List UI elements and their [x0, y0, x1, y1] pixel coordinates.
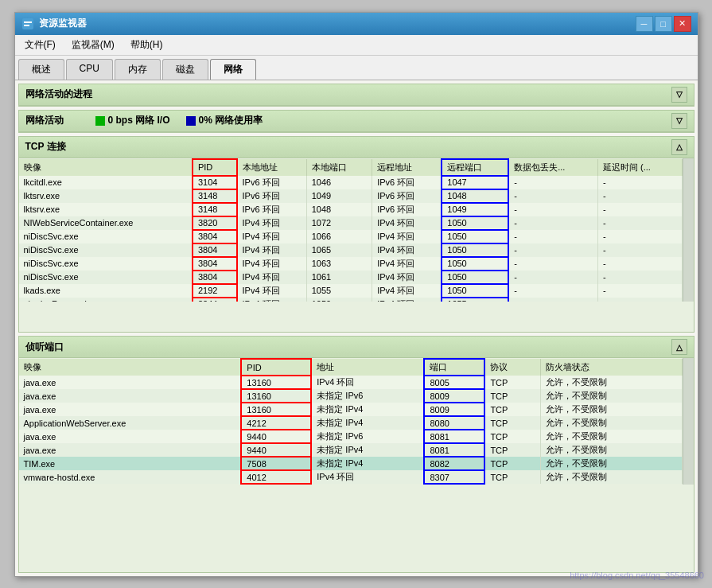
- listen-row[interactable]: ApplicationWebServer.exe4212未指定 IPv48080…: [19, 416, 683, 430]
- tcp-cell: 1061: [306, 271, 372, 284]
- listen-row[interactable]: TIM.exe7508未指定 IPv48082TCP允许，不受限制: [19, 457, 683, 470]
- tab-memory[interactable]: 内存: [115, 59, 161, 80]
- tcp-cell: IPv4 环回: [237, 298, 307, 302]
- tcp-cell: IPv6 环回: [372, 203, 442, 216]
- menu-monitor[interactable]: 监视器(M): [65, 37, 121, 53]
- network-activity-chevron[interactable]: ▽: [671, 113, 687, 129]
- svg-rect-1: [24, 21, 32, 23]
- tcp-row[interactable]: nimdnsResponder.exe3244IPv4 环回1050IPv4 环…: [19, 298, 683, 302]
- tcp-cell: niDiscSvc.exe: [19, 230, 193, 243]
- tcp-row[interactable]: lkads.exe2192IPv4 环回1055IPv4 环回1050--: [19, 284, 683, 298]
- tcp-cell: -: [508, 271, 597, 284]
- listen-cell: 8081: [424, 443, 484, 457]
- listen-row[interactable]: java.exe13160IPv4 环回8005TCP允许，不受限制: [19, 376, 683, 389]
- listen-cell: 13160: [241, 376, 311, 389]
- lth-image: 映像: [19, 359, 242, 376]
- tab-overview[interactable]: 概述: [18, 59, 64, 80]
- listen-cell: TCP: [484, 430, 540, 443]
- listen-tbody: java.exe13160IPv4 环回8005TCP允许，不受限制java.e…: [19, 376, 683, 484]
- title-bar: 资源监视器 ─ □ ✕: [15, 13, 698, 35]
- listen-chevron[interactable]: △: [671, 339, 687, 355]
- listen-row[interactable]: java.exe9440未指定 IPv48081TCP允许，不受限制: [19, 443, 683, 457]
- network-activity-bar: 网络活动 0 bps 网络 I/O 0% 网络使用率: [25, 114, 671, 127]
- listen-row[interactable]: java.exe13160未指定 IPv48009TCP允许，不受限制: [19, 403, 683, 416]
- network-activity-title: 网络活动: [25, 114, 64, 127]
- tcp-row[interactable]: lktsrv.exe3148IPv6 环回1049IPv6 环回1048--: [19, 189, 683, 203]
- tcp-cell: nimdnsResponder.exe: [19, 298, 193, 302]
- network-activity-section: 网络活动 0 bps 网络 I/O 0% 网络使用率 ▽: [18, 110, 694, 133]
- tcp-cell: 1055: [306, 284, 372, 298]
- tcp-row[interactable]: niDiscSvc.exe3804IPv4 环回1065IPv4 环回1050-…: [19, 243, 683, 257]
- tcp-cell: 1050: [442, 271, 508, 284]
- listen-cell: TCP: [484, 376, 540, 389]
- window-controls: ─ □ ✕: [636, 16, 691, 32]
- listen-cell: 未指定 IPv4: [311, 403, 424, 416]
- listen-cell: 允许，不受限制: [540, 443, 682, 457]
- tcp-cell: -: [598, 216, 683, 230]
- minimize-button[interactable]: ─: [636, 16, 653, 32]
- maximize-button[interactable]: □: [655, 16, 672, 32]
- listen-row[interactable]: vmware-hostd.exe4012IPv4 环回8307TCP允许，不受限…: [19, 470, 683, 484]
- io-label: 0 bps 网络 I/O: [108, 114, 170, 127]
- tcp-cell: niDiscSvc.exe: [19, 243, 193, 257]
- listen-row[interactable]: java.exe13160未指定 IPv68009TCP允许，不受限制: [19, 389, 683, 403]
- tcp-cell: IPv4 环回: [372, 284, 442, 298]
- svg-rect-4: [186, 116, 196, 126]
- lth-firewall: 防火墙状态: [540, 359, 682, 376]
- listen-cell: 4212: [241, 416, 311, 430]
- tcp-cell: -: [508, 298, 597, 302]
- tcp-cell: 1063: [306, 257, 372, 271]
- tcp-title: TCP 连接: [25, 140, 66, 154]
- menu-help[interactable]: 帮助(H): [124, 37, 169, 53]
- main-window: 资源监视器 ─ □ ✕ 文件(F) 监视器(M) 帮助(H) 概述 CPU 内存…: [14, 12, 698, 577]
- listen-cell: TCP: [484, 416, 540, 430]
- listen-cell: 8005: [424, 376, 484, 389]
- tcp-header: TCP 连接 △: [19, 137, 694, 158]
- tcp-row[interactable]: NIWebServiceContainer.exe3820IPv4 环回1072…: [19, 216, 683, 230]
- tcp-cell: -: [508, 284, 597, 298]
- th-pid: PID: [193, 159, 237, 176]
- network-process-title: 网络活动的进程: [25, 88, 92, 101]
- tcp-cell: 1048: [442, 189, 508, 203]
- tab-network[interactable]: 网络: [210, 59, 256, 80]
- tcp-row[interactable]: niDiscSvc.exe3804IPv4 环回1063IPv4 环回1050-…: [19, 257, 683, 271]
- tcp-cell: -: [508, 257, 597, 271]
- tab-disk[interactable]: 磁盘: [162, 59, 208, 80]
- tcp-tbody: lkcitdl.exe3104IPv6 环回1046IPv6 环回1047--l…: [19, 176, 683, 302]
- listen-cell: 8082: [424, 457, 484, 470]
- th-delay: 延迟时间 (...: [598, 159, 683, 176]
- tcp-cell: 1046: [306, 176, 372, 189]
- tcp-row[interactable]: niDiscSvc.exe3804IPv4 环回1061IPv4 环回1050-…: [19, 271, 683, 284]
- window-title: 资源监视器: [39, 17, 87, 30]
- close-button[interactable]: ✕: [674, 16, 691, 32]
- tcp-row[interactable]: niDiscSvc.exe3804IPv4 环回1066IPv4 环回1050-…: [19, 230, 683, 243]
- svg-rect-3: [95, 116, 105, 126]
- menu-file[interactable]: 文件(F): [18, 37, 62, 53]
- tcp-cell: IPv4 环回: [372, 257, 442, 271]
- tcp-cell: IPv6 环回: [237, 203, 307, 216]
- tcp-table: 映像 PID 本地地址 本地端口 远程地址 远程端口 数据包丢失... 延迟时间…: [19, 158, 683, 302]
- tab-cpu[interactable]: CPU: [66, 59, 113, 80]
- tcp-chevron[interactable]: △: [671, 139, 687, 155]
- th-packet-loss: 数据包丢失...: [508, 159, 597, 176]
- listen-cell: 4012: [241, 470, 311, 484]
- listen-row[interactable]: java.exe9440未指定 IPv68081TCP允许，不受限制: [19, 430, 683, 443]
- tcp-row[interactable]: lkcitdl.exe3104IPv6 环回1046IPv6 环回1047--: [19, 176, 683, 189]
- tcp-cell: IPv4 环回: [237, 257, 307, 271]
- listen-cell: 允许，不受限制: [540, 403, 682, 416]
- tcp-cell: -: [598, 230, 683, 243]
- th-local-addr: 本地地址: [237, 159, 307, 176]
- listen-cell: 允许，不受限制: [540, 376, 682, 389]
- tcp-cell: 3148: [193, 203, 237, 216]
- network-process-chevron[interactable]: ▽: [671, 87, 687, 103]
- tcp-scrollbar[interactable]: [683, 158, 694, 302]
- tcp-cell: 1047: [442, 176, 508, 189]
- tcp-row[interactable]: lktsrv.exe3148IPv6 环回1048IPv6 环回1049--: [19, 203, 683, 216]
- tcp-cell: lkads.exe: [19, 284, 193, 298]
- tcp-cell: IPv4 环回: [372, 271, 442, 284]
- listen-cell: TCP: [484, 443, 540, 457]
- tcp-cell: -: [508, 176, 597, 189]
- tcp-cell: -: [598, 298, 683, 302]
- tcp-cell: 3820: [193, 216, 237, 230]
- listen-scrollbar[interactable]: [683, 358, 694, 485]
